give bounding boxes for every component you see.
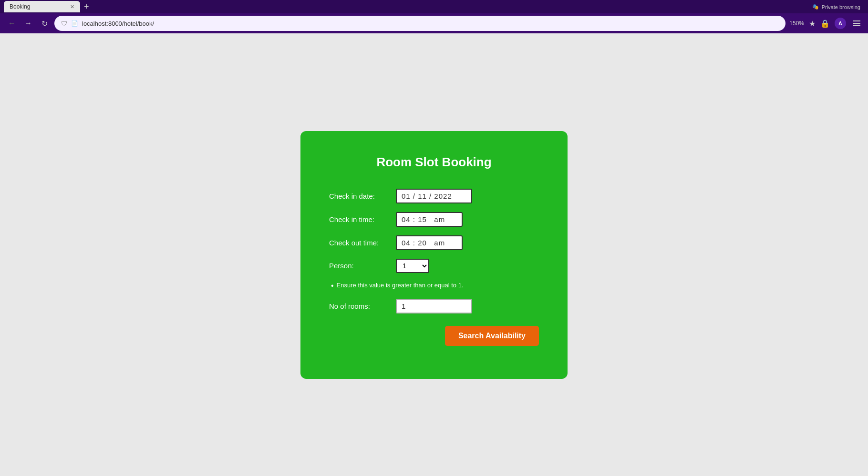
checkin-date-input[interactable]: [396, 189, 472, 203]
browser-chrome: Booking ✕ + 🎭 Private browsing ← → ↻ 🛡 📄…: [0, 0, 868, 33]
private-icon: 🎭: [812, 4, 819, 10]
rooms-label: No of rooms:: [329, 302, 391, 310]
checkout-time-row: Check out time:: [329, 235, 539, 250]
person-select[interactable]: 1 2 3 4 5: [396, 259, 429, 273]
rooms-row: No of rooms:: [329, 299, 539, 314]
new-tab-button[interactable]: +: [84, 2, 89, 12]
checkin-time-label: Check in time:: [329, 215, 391, 223]
active-tab[interactable]: Booking ✕: [4, 1, 80, 12]
checkin-time-row: Check in time:: [329, 212, 539, 227]
back-button[interactable]: ←: [6, 17, 18, 30]
pocket-icon[interactable]: 🔒: [820, 19, 830, 28]
checkin-time-input[interactable]: [396, 212, 463, 227]
booking-card: Room Slot Booking Check in date: Check i…: [300, 131, 568, 379]
nav-right-controls: 150% ★ 🔒 A: [789, 18, 862, 29]
search-availability-button[interactable]: Search Availability: [445, 326, 539, 346]
validation-text: Ensure this value is greater than or equ…: [337, 282, 464, 289]
person-label: Person:: [329, 262, 391, 270]
tab-close-button[interactable]: ✕: [70, 4, 74, 10]
checkout-time-input[interactable]: [396, 235, 463, 250]
address-bar[interactable]: 🛡 📄: [54, 16, 785, 31]
nav-bar: ← → ↻ 🛡 📄 150% ★ 🔒 A: [0, 13, 868, 33]
forward-button[interactable]: →: [22, 17, 34, 30]
page-icon: 📄: [71, 20, 78, 27]
person-row: Person: 1 2 3 4 5: [329, 259, 539, 273]
checkin-date-label: Check in date:: [329, 192, 391, 200]
url-input[interactable]: [82, 20, 779, 27]
zoom-level: 150%: [789, 20, 804, 27]
card-title: Room Slot Booking: [376, 155, 491, 170]
bookmark-icon[interactable]: ★: [809, 19, 816, 28]
private-label: Private browsing: [822, 4, 860, 10]
tab-bar: Booking ✕ + 🎭 Private browsing: [0, 0, 868, 13]
menu-button[interactable]: [851, 19, 862, 28]
private-badge: 🎭 Private browsing: [812, 4, 860, 10]
reload-button[interactable]: ↻: [38, 17, 51, 30]
checkin-date-row: Check in date:: [329, 189, 539, 203]
shield-icon: 🛡: [61, 20, 67, 27]
tab-title: Booking: [10, 3, 30, 10]
rooms-input[interactable]: [396, 299, 472, 314]
checkout-time-label: Check out time:: [329, 239, 391, 247]
bullet-icon: •: [331, 282, 334, 290]
booking-form: Check in date: Check in time: Check out …: [329, 189, 539, 346]
validation-message: • Ensure this value is greater than or e…: [329, 282, 539, 290]
page-content: Room Slot Booking Check in date: Check i…: [0, 33, 868, 476]
profile-button[interactable]: A: [835, 18, 846, 29]
